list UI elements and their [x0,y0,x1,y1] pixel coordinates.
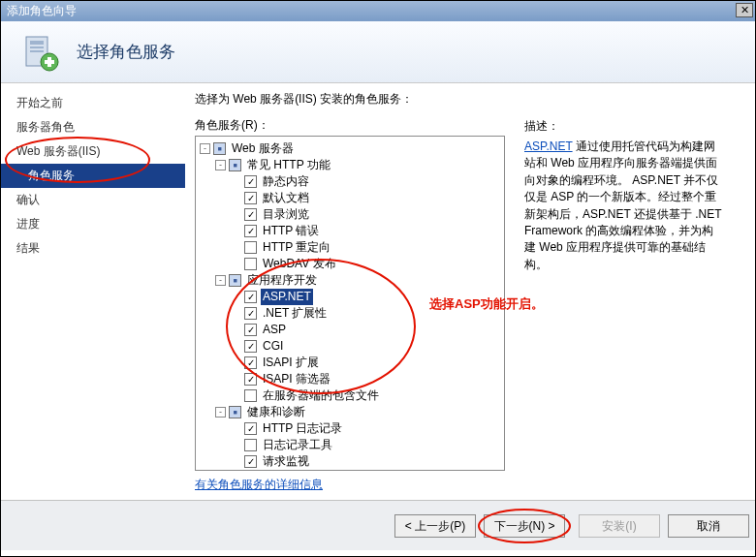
tree-node[interactable]: WebDAV 发布 [198,256,502,272]
toggle-spacer [231,325,241,335]
tree-node[interactable]: -Web 服务器 [198,140,502,157]
tree-checkbox[interactable] [244,422,257,435]
tree-checkbox[interactable] [244,192,257,204]
install-button: 安装(I) [579,514,660,538]
description-panel: 描述： ASP.NET 通过使用托管代码为构建网站和 Web 应用程序向服务器端… [524,118,723,273]
tree-node-label[interactable]: Web 服务器 [230,140,296,157]
toggle-spacer [231,374,241,385]
step-progress[interactable]: 进度 [1,212,185,236]
tree-node[interactable]: ISAPI 扩展 [198,355,502,371]
collapse-icon[interactable]: - [215,407,226,418]
tree-node-label[interactable]: 健康和诊断 [245,404,307,420]
tree-checkbox[interactable] [244,340,257,353]
cancel-button[interactable]: 取消 [668,514,749,538]
tree-node[interactable]: .NET 扩展性 [198,305,502,322]
role-services-tree[interactable]: -Web 服务器-常见 HTTP 功能静态内容默认文档目录浏览HTTP 错误HT… [195,136,505,471]
tree-checkbox[interactable] [213,142,226,155]
next-button[interactable]: 下一步(N) > [484,514,565,538]
previous-button[interactable]: < 上一步(P) [394,514,476,538]
tree-checkbox[interactable] [244,208,257,221]
tree-checkbox[interactable] [244,324,257,336]
tree-node[interactable]: CGI [198,338,502,355]
tree-node-label[interactable]: ISAPI 扩展 [261,355,321,371]
tree-node-label[interactable]: 日志记录工具 [261,437,334,453]
tree-checkbox[interactable] [244,291,257,303]
tree-node-label[interactable]: 应用程序开发 [245,272,319,289]
tree-checkbox[interactable] [244,307,257,320]
tree-node-label[interactable]: ASP [261,322,288,338]
description-label: 描述： [524,118,723,135]
tree-checkbox[interactable] [229,406,241,418]
tree-node-label[interactable]: ISAPI 筛选器 [261,371,332,387]
tree-node[interactable]: ASP.NET [198,289,502,305]
toggle-spacer [231,341,241,352]
tree-checkbox[interactable] [244,225,257,237]
tree-node-label[interactable]: 目录浏览 [261,206,311,223]
tree-node[interactable]: 目录浏览 [198,206,502,223]
tree-node[interactable]: 跟踪 [198,470,502,471]
role-services-details-link[interactable]: 有关角色服务的详细信息 [195,477,323,493]
tree-node-label[interactable]: 常见 HTTP 功能 [245,157,332,173]
wizard-icon [20,33,59,72]
tree-node-label[interactable]: .NET 扩展性 [261,305,329,322]
tree-node[interactable]: ISAPI 筛选器 [198,371,502,387]
tree-node[interactable]: -健康和诊断 [198,404,502,420]
tree-checkbox[interactable] [244,356,257,369]
tree-node[interactable]: -常见 HTTP 功能 [198,157,502,173]
button-bar: < 上一步(P) 下一步(N) > 安装(I) 取消 [1,500,755,550]
tree-node-label[interactable]: HTTP 重定向 [261,239,332,256]
tree-node-label[interactable]: 请求监视 [261,453,311,470]
tree-checkbox[interactable] [244,241,257,254]
svg-rect-3 [30,50,44,52]
toggle-spacer [231,259,241,269]
tree-node[interactable]: 静态内容 [198,173,502,190]
step-confirmation[interactable]: 确认 [1,188,185,212]
tree-checkbox[interactable] [244,439,257,451]
tree-checkbox[interactable] [244,389,257,402]
tree-checkbox[interactable] [244,258,257,270]
tree-checkbox[interactable] [229,274,241,287]
close-button[interactable]: ✕ [736,3,753,17]
tree-node-label[interactable]: 静态内容 [261,173,311,190]
step-web-server-iis[interactable]: Web 服务器(IIS) [1,139,185,164]
window-title: 添加角色向导 [7,3,77,19]
collapse-icon[interactable]: - [200,143,210,154]
step-before-begin[interactable]: 开始之前 [1,91,185,115]
collapse-icon[interactable]: - [215,275,226,286]
tree-node-label[interactable]: HTTP 日志记录 [261,420,344,437]
tree-checkbox[interactable] [244,373,257,386]
tree-checkbox[interactable] [244,175,257,188]
tree-node[interactable]: ASP [198,322,502,338]
step-server-roles[interactable]: 服务器角色 [1,115,185,139]
step-role-services[interactable]: 角色服务 [1,164,185,188]
toggle-spacer [231,423,241,434]
description-link[interactable]: ASP.NET [524,139,573,153]
tree-checkbox[interactable] [229,159,241,171]
tree-node-label[interactable]: 在服务器端的包含文件 [261,387,381,404]
tree-node-label[interactable]: HTTP 错误 [261,223,321,239]
tree-node[interactable]: 在服务器端的包含文件 [198,387,502,404]
svg-rect-6 [45,60,54,64]
tree-node[interactable]: -应用程序开发 [198,272,502,289]
tree-node[interactable]: HTTP 重定向 [198,239,502,256]
collapse-icon[interactable]: - [215,160,226,170]
svg-rect-1 [30,41,44,45]
tree-checkbox[interactable] [244,455,257,468]
description-text: 通过使用托管代码为构建网站和 Web 应用程序向服务器端提供面向对象的编程环境。… [524,139,721,271]
tree-node-label[interactable]: CGI [261,338,285,355]
tree-node[interactable]: HTTP 错误 [198,223,502,239]
tree-node-label[interactable]: 默认文档 [261,190,311,206]
prompt-text: 选择为 Web 服务器(IIS) 安装的角色服务： [195,91,741,108]
tree-node-label[interactable]: WebDAV 发布 [261,256,338,272]
tree-node[interactable]: HTTP 日志记录 [198,420,502,437]
step-results[interactable]: 结果 [1,236,185,261]
tree-node[interactable]: 请求监视 [198,453,502,470]
description-body: ASP.NET 通过使用托管代码为构建网站和 Web 应用程序向服务器端提供面向… [524,139,723,273]
main-panel: 选择为 Web 服务器(IIS) 安装的角色服务： 角色服务(R)： -Web … [185,83,755,500]
tree-node-label[interactable]: 跟踪 [261,470,288,471]
tree-node[interactable]: 日志记录工具 [198,437,502,453]
tree-node[interactable]: 默认文档 [198,190,502,206]
steps-sidebar: 开始之前 服务器角色 Web 服务器(IIS) 角色服务 确认 进度 结果 [1,83,185,500]
tree-node-label[interactable]: ASP.NET [261,289,313,305]
toggle-spacer [231,242,241,253]
